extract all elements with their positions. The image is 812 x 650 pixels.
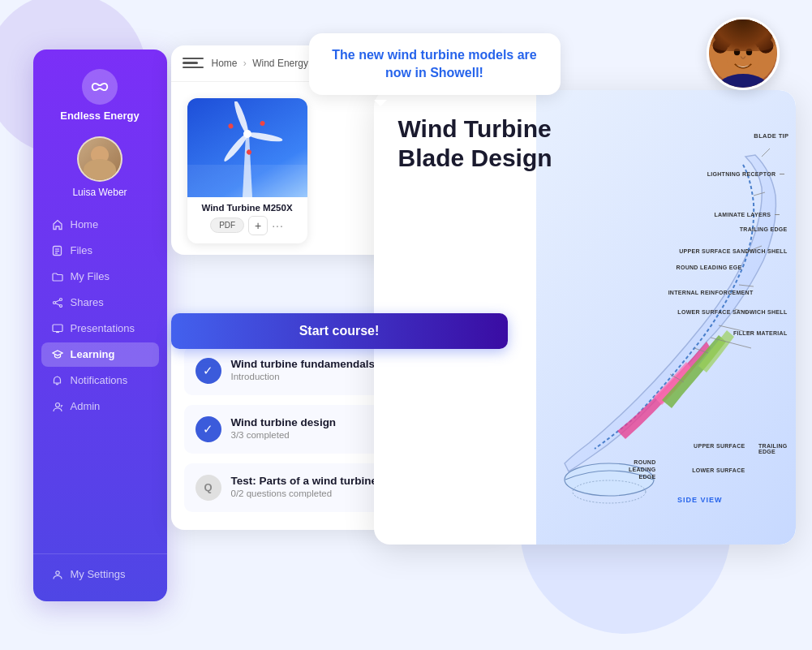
- sidebar-item-notifications-label: Notifications: [71, 374, 128, 386]
- brand-logo: [82, 69, 118, 105]
- label-trailing-section: TRAILINGEDGE: [758, 443, 787, 454]
- username-label: Luisa Weber: [72, 187, 127, 198]
- sidebar-item-learning-label: Learning: [71, 348, 115, 360]
- sidebar-item-myfiles-label: My Files: [71, 270, 110, 282]
- hamburger-menu-button[interactable]: [183, 54, 204, 72]
- sidebar-item-admin-label: Admin: [71, 400, 101, 412]
- pdf-badge: PDF: [210, 217, 244, 233]
- start-course-button[interactable]: Start course!: [171, 313, 508, 349]
- label-round-leading: ROUND LEADING EGE: [677, 265, 742, 270]
- label-round-leading-section: ROUNDLEADINGEDGE: [629, 458, 656, 480]
- course-check-design: ✓: [195, 416, 221, 442]
- label-internal: INTERNAL REINFORCEMENT: [668, 290, 754, 295]
- svg-rect-9: [53, 325, 62, 332]
- label-lower-surface: LOWER SURFACE: [692, 467, 745, 473]
- sidebar-item-home[interactable]: Home: [41, 213, 159, 237]
- svg-point-35: [713, 23, 734, 44]
- turbine-file-card[interactable]: Wind Turbine M250X PDF + ···: [187, 98, 307, 243]
- svg-point-38: [758, 38, 773, 54]
- svg-point-13: [55, 570, 58, 574]
- svg-point-4: [59, 298, 62, 300]
- sidebar-item-shares-label: Shares: [71, 296, 104, 308]
- label-upper-surface: UPPER SURFACE: [694, 443, 745, 449]
- svg-point-36: [751, 23, 772, 44]
- admin-icon: [51, 400, 64, 413]
- label-upper-surface-sandwich: UPPER SURFACE SANDWICH SHELL: [679, 248, 787, 254]
- sidebar-bottom: My Settings: [33, 553, 167, 588]
- svg-point-12: [55, 402, 59, 407]
- files-icon: [51, 244, 64, 257]
- sidebar-item-presentations[interactable]: Presentations: [41, 316, 159, 341]
- more-options-button[interactable]: ···: [272, 219, 284, 232]
- label-filler: FILLER MATERIAL: [733, 330, 788, 336]
- person-face: [709, 19, 777, 88]
- sidebar-item-files[interactable]: Files: [41, 239, 159, 263]
- svg-point-20: [260, 120, 265, 126]
- sidebar-item-learning[interactable]: Learning: [41, 342, 159, 367]
- label-trailing: TRAILING EDGE: [740, 226, 788, 232]
- turbine-card-footer: PDF + ···: [187, 216, 307, 243]
- svg-point-17: [247, 131, 283, 144]
- sidebar: Endless Energy Luisa Weber Home: [33, 50, 167, 601]
- sidebar-item-notifications[interactable]: Notifications: [41, 368, 159, 393]
- menu-line: [183, 67, 204, 69]
- breadcrumb-home[interactable]: Home: [212, 58, 238, 69]
- svg-point-40: [733, 48, 739, 54]
- add-to-button[interactable]: +: [248, 216, 268, 235]
- sidebar-item-presentations-label: Presentations: [71, 322, 135, 334]
- user-avatar: [77, 136, 122, 182]
- home-icon: [51, 218, 64, 231]
- main-navigation: Home Files: [33, 213, 167, 553]
- diagram-title: Wind Turbine Blade Design: [398, 114, 771, 173]
- label-side-view: SIDE VIEW: [677, 496, 723, 504]
- breadcrumb-wind-energy[interactable]: Wind Energy: [252, 58, 308, 69]
- svg-point-39: [726, 38, 759, 75]
- label-lower-surface-sandwich: LOWER SURFACE SANDWICH SHELL: [677, 309, 787, 315]
- svg-line-8: [55, 303, 59, 304]
- learning-icon: [51, 348, 64, 361]
- menu-line: [183, 58, 204, 60]
- course-check-fundamentals: ✓: [195, 358, 221, 384]
- sidebar-item-admin[interactable]: Admin: [41, 394, 159, 419]
- breadcrumb-separator: ›: [243, 58, 247, 69]
- blade-diagram: BLADE TIP LIGHTNING RECEPTOR LAMINATE LA…: [544, 131, 788, 520]
- start-course-wrapper: Start course!: [171, 313, 508, 349]
- turbine-card-image: [187, 98, 307, 197]
- sidebar-item-shares[interactable]: Shares: [41, 291, 159, 315]
- share-icon: [51, 296, 64, 309]
- monitor-icon: [51, 322, 64, 335]
- turbine-card-title: Wind Turbine M250X: [187, 197, 307, 216]
- person-avatar: [707, 17, 780, 90]
- user-settings-icon: [51, 568, 64, 581]
- svg-point-5: [59, 304, 62, 307]
- bell-icon: [51, 374, 64, 387]
- svg-line-7: [55, 299, 59, 301]
- sidebar-item-files-label: Files: [71, 244, 92, 256]
- svg-point-34: [719, 17, 767, 52]
- speech-bubble: The new wind turbine models are now in S…: [309, 33, 561, 96]
- sidebar-item-settings[interactable]: My Settings: [41, 562, 159, 587]
- svg-point-16: [232, 101, 251, 135]
- sidebar-item-settings-label: My Settings: [71, 568, 126, 580]
- speech-bubble-text: The new wind turbine models are now in S…: [325, 46, 544, 83]
- svg-point-19: [227, 123, 234, 129]
- svg-point-41: [745, 48, 751, 54]
- svg-point-37: [712, 38, 728, 54]
- sidebar-item-myfiles[interactable]: My Files: [41, 265, 159, 289]
- course-check-quiz: Q: [195, 475, 221, 501]
- folder-icon: [51, 270, 64, 283]
- svg-point-6: [53, 301, 55, 303]
- brand-name: Endless Energy: [60, 110, 140, 122]
- label-laminate: LAMINATE LAYERS: [714, 212, 779, 217]
- sidebar-item-home-label: Home: [71, 218, 99, 230]
- menu-line: [183, 62, 199, 64]
